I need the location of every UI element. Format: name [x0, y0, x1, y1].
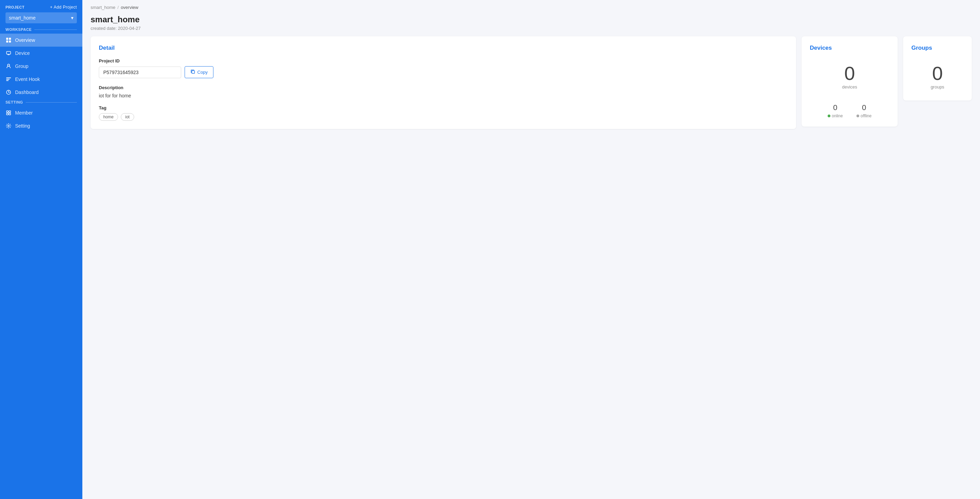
- sidebar-item-label: Setting: [15, 123, 30, 129]
- svg-rect-8: [6, 80, 9, 81]
- breadcrumb-project[interactable]: smart_home: [91, 5, 115, 10]
- groups-card-title: Groups: [912, 44, 964, 51]
- setting-section-label: SETTING: [0, 99, 82, 106]
- page-title: smart_home: [91, 15, 972, 24]
- groups-card: Groups 0 groups: [903, 37, 972, 100]
- offline-dot: [856, 114, 859, 117]
- breadcrumb-current: overview: [121, 5, 138, 10]
- detail-card-title: Detail: [99, 44, 788, 51]
- sidebar-project-section: PROJECT + Add Project smart_home ▾: [0, 0, 82, 26]
- sidebar-item-label: Overview: [15, 37, 35, 43]
- breadcrumb-separator: /: [117, 5, 119, 10]
- sidebar-item-label: Group: [15, 64, 29, 69]
- dashboard-icon: [5, 89, 12, 95]
- devices-sub-counts: 0 online 0 offline: [810, 99, 889, 118]
- workspace-section-label: WORKSPACE: [0, 26, 82, 33]
- description-label: Description: [99, 85, 788, 90]
- sidebar: PROJECT + Add Project smart_home ▾ WORKS…: [0, 0, 82, 499]
- offline-count-number: 0: [862, 103, 866, 112]
- device-icon: [5, 50, 12, 56]
- project-id-row: Copy: [99, 66, 788, 78]
- main-content: smart_home / overview smart_home created…: [82, 0, 980, 499]
- sidebar-item-device[interactable]: Device: [0, 47, 82, 60]
- sidebar-item-label: Event Hook: [15, 76, 40, 82]
- devices-card: Devices 0 devices 0 online 0 offl: [802, 37, 898, 127]
- svg-rect-3: [9, 40, 11, 43]
- tag-label: Tag: [99, 105, 788, 110]
- copy-button[interactable]: Copy: [185, 66, 213, 78]
- svg-rect-15: [192, 71, 194, 73]
- online-count-label: online: [828, 113, 843, 118]
- groups-total-count: 0: [912, 64, 964, 83]
- add-project-button[interactable]: + Add Project: [50, 5, 77, 10]
- online-dot: [828, 114, 830, 117]
- devices-total-label: devices: [810, 84, 889, 89]
- sidebar-item-label: Device: [15, 51, 30, 56]
- project-id-label: Project ID: [99, 58, 788, 64]
- page-header: smart_home created date: 2020-04-27: [82, 13, 980, 37]
- project-selector[interactable]: smart_home ▾: [5, 12, 77, 23]
- detail-card: Detail Project ID Copy Description iot f…: [91, 37, 796, 129]
- offline-count: 0 offline: [856, 103, 872, 118]
- groups-total: 0 groups: [912, 58, 964, 92]
- sidebar-item-setting[interactable]: Setting: [0, 119, 82, 132]
- cards-row: Detail Project ID Copy Description iot f…: [82, 37, 980, 137]
- online-count: 0 online: [828, 103, 843, 118]
- sidebar-project-label: PROJECT + Add Project: [5, 5, 77, 10]
- tag-home: home: [99, 113, 118, 121]
- sidebar-item-label: Member: [15, 110, 33, 116]
- svg-rect-5: [8, 54, 10, 55]
- tag-row: home iot: [99, 113, 788, 121]
- svg-rect-11: [9, 111, 11, 113]
- grid-icon: [5, 37, 12, 43]
- group-icon: [5, 63, 12, 69]
- svg-rect-2: [6, 40, 8, 43]
- devices-total: 0 devices: [810, 58, 889, 92]
- svg-rect-13: [9, 113, 11, 115]
- tag-iot: iot: [121, 113, 134, 121]
- sidebar-item-group[interactable]: Group: [0, 60, 82, 73]
- svg-rect-12: [6, 113, 8, 115]
- groups-total-label: groups: [912, 84, 964, 89]
- sidebar-item-overview[interactable]: Overview: [0, 33, 82, 47]
- devices-total-count: 0: [810, 64, 889, 83]
- gear-icon: [5, 123, 12, 129]
- sidebar-item-event-hook[interactable]: Event Hook: [0, 73, 82, 86]
- svg-rect-0: [6, 38, 8, 40]
- description-text: iot for for home: [99, 93, 788, 99]
- svg-point-14: [8, 125, 9, 127]
- page-subtitle: created date: 2020-04-27: [91, 26, 972, 31]
- copy-icon: [191, 69, 195, 75]
- svg-rect-4: [6, 51, 11, 54]
- breadcrumb: smart_home / overview: [82, 0, 980, 13]
- svg-rect-6: [6, 78, 11, 78]
- svg-rect-1: [9, 38, 11, 40]
- sidebar-item-label: Dashboard: [15, 89, 39, 95]
- devices-card-title: Devices: [810, 44, 889, 51]
- online-count-number: 0: [833, 103, 837, 112]
- svg-rect-10: [6, 111, 8, 113]
- sidebar-item-member[interactable]: Member: [0, 106, 82, 119]
- project-id-input[interactable]: [99, 67, 181, 78]
- member-icon: [5, 110, 12, 116]
- sidebar-item-dashboard[interactable]: Dashboard: [0, 86, 82, 99]
- svg-rect-7: [6, 79, 10, 79]
- offline-count-label: offline: [856, 113, 872, 118]
- hook-icon: [5, 76, 12, 82]
